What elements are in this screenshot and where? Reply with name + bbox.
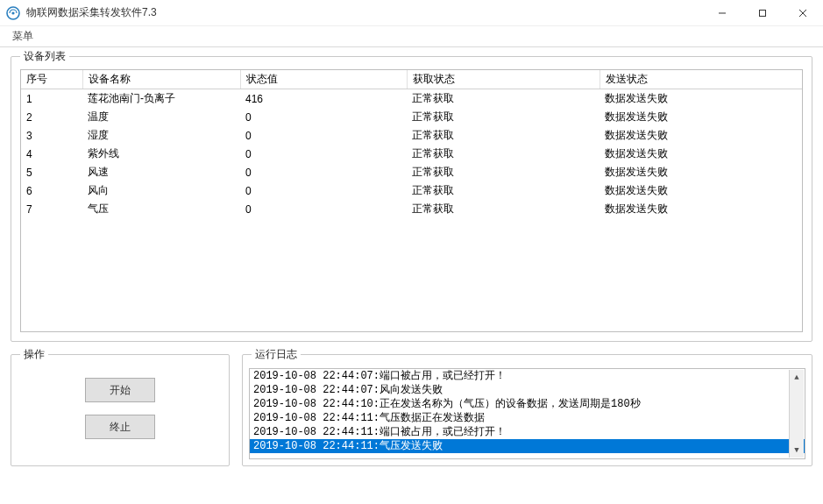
cell-name: 湿度 bbox=[82, 126, 240, 145]
cell-idx: 3 bbox=[21, 126, 82, 145]
table-row[interactable]: 4紫外线0正常获取数据发送失败 bbox=[21, 145, 802, 163]
ops-group: 操作 开始 终止 bbox=[11, 354, 230, 466]
log-line[interactable]: 2019-10-08 22:44:11:端口被占用，或已经打开！ bbox=[250, 425, 805, 439]
lower-panels: 操作 开始 终止 运行日志 2019-10-08 22:44:07:端口被占用，… bbox=[11, 354, 812, 479]
cell-idx: 4 bbox=[21, 145, 82, 163]
table-row[interactable]: 2温度0正常获取数据发送失败 bbox=[21, 108, 802, 126]
cell-idx: 2 bbox=[21, 108, 82, 126]
start-button[interactable]: 开始 bbox=[85, 378, 155, 402]
titlebar: 物联网数据采集转发软件7.3 bbox=[0, 0, 823, 26]
cell-send: 数据发送失败 bbox=[600, 145, 802, 163]
col-header-value[interactable]: 状态值 bbox=[240, 70, 407, 89]
log-group-wrap: 运行日志 2019-10-08 22:44:07:端口被占用，或已经打开！201… bbox=[242, 354, 812, 479]
log-line[interactable]: 2019-10-08 22:44:07:端口被占用，或已经打开！ bbox=[250, 369, 805, 383]
cell-send: 数据发送失败 bbox=[600, 89, 802, 109]
cell-send: 数据发送失败 bbox=[600, 181, 802, 200]
table-row[interactable]: 7气压0正常获取数据发送失败 bbox=[21, 200, 802, 218]
svg-point-1 bbox=[11, 11, 14, 14]
col-header-index[interactable]: 序号 bbox=[21, 70, 82, 89]
cell-value: 416 bbox=[240, 89, 407, 109]
cell-get: 正常获取 bbox=[407, 126, 600, 145]
menu-bar: 菜单 bbox=[0, 26, 823, 47]
cell-send: 数据发送失败 bbox=[600, 108, 802, 126]
cell-idx: 7 bbox=[21, 200, 82, 218]
device-table-wrap: 序号 设备名称 状态值 获取状态 发送状态 1莲花池南门-负离子416正常获取数… bbox=[20, 69, 803, 332]
cell-name: 风向 bbox=[82, 181, 240, 200]
table-row[interactable]: 1莲花池南门-负离子416正常获取数据发送失败 bbox=[21, 89, 802, 109]
log-line[interactable]: 2019-10-08 22:44:10:正在发送名称为（气压）的设备数据，发送周… bbox=[250, 397, 805, 411]
log-scrollbar[interactable]: ▲ ▼ bbox=[789, 370, 804, 458]
scroll-up-icon[interactable]: ▲ bbox=[790, 370, 804, 385]
cell-send: 数据发送失败 bbox=[600, 200, 802, 218]
cell-value: 0 bbox=[240, 200, 407, 218]
table-row[interactable]: 5风速0正常获取数据发送失败 bbox=[21, 163, 802, 181]
ops-legend: 操作 bbox=[20, 347, 48, 362]
log-group: 运行日志 2019-10-08 22:44:07:端口被占用，或已经打开！201… bbox=[242, 354, 812, 466]
cell-name: 风速 bbox=[82, 163, 240, 181]
cell-get: 正常获取 bbox=[407, 181, 600, 200]
cell-value: 0 bbox=[240, 163, 407, 181]
log-legend: 运行日志 bbox=[252, 347, 301, 362]
cell-send: 数据发送失败 bbox=[600, 126, 802, 145]
cell-get: 正常获取 bbox=[407, 89, 600, 109]
maximize-button[interactable] bbox=[742, 0, 783, 26]
cell-name: 气压 bbox=[82, 200, 240, 218]
ops-group-wrap: 操作 开始 终止 bbox=[11, 354, 230, 479]
cell-idx: 5 bbox=[21, 163, 82, 181]
cell-get: 正常获取 bbox=[407, 200, 600, 218]
ops-button-column: 开始 终止 bbox=[20, 367, 220, 439]
cell-value: 0 bbox=[240, 145, 407, 163]
cell-send: 数据发送失败 bbox=[600, 163, 802, 181]
cell-value: 0 bbox=[240, 181, 407, 200]
content-area: 设备列表 序号 设备名称 状态值 获取状态 发送状态 1莲花池南门-负离子416… bbox=[0, 47, 823, 486]
cell-name: 莲花池南门-负离子 bbox=[82, 89, 240, 109]
cell-name: 紫外线 bbox=[82, 145, 240, 163]
device-list-legend: 设备列表 bbox=[20, 49, 69, 64]
app-icon bbox=[5, 5, 21, 21]
col-header-send-status[interactable]: 发送状态 bbox=[600, 70, 802, 89]
device-table[interactable]: 序号 设备名称 状态值 获取状态 发送状态 1莲花池南门-负离子416正常获取数… bbox=[21, 70, 802, 218]
cell-get: 正常获取 bbox=[407, 163, 600, 181]
log-line[interactable]: 2019-10-08 22:44:11:气压发送失败 bbox=[250, 439, 805, 453]
table-row[interactable]: 6风向0正常获取数据发送失败 bbox=[21, 181, 802, 200]
svg-rect-3 bbox=[760, 10, 766, 16]
cell-idx: 1 bbox=[21, 89, 82, 109]
log-listbox[interactable]: 2019-10-08 22:44:07:端口被占用，或已经打开！2019-10-… bbox=[249, 368, 805, 459]
close-button[interactable] bbox=[783, 0, 823, 26]
stop-button[interactable]: 终止 bbox=[85, 415, 155, 439]
cell-idx: 6 bbox=[21, 181, 82, 200]
window-title: 物联网数据采集转发软件7.3 bbox=[26, 5, 702, 20]
scroll-down-icon[interactable]: ▼ bbox=[790, 443, 804, 458]
log-wrap: 2019-10-08 22:44:07:端口被占用，或已经打开！2019-10-… bbox=[248, 367, 806, 460]
table-row[interactable]: 3湿度0正常获取数据发送失败 bbox=[21, 126, 802, 145]
cell-name: 温度 bbox=[82, 108, 240, 126]
cell-value: 0 bbox=[240, 126, 407, 145]
cell-get: 正常获取 bbox=[407, 145, 600, 163]
cell-get: 正常获取 bbox=[407, 108, 600, 126]
menu-item-main[interactable]: 菜单 bbox=[5, 27, 40, 46]
minimize-button[interactable] bbox=[702, 0, 742, 26]
col-header-get-status[interactable]: 获取状态 bbox=[407, 70, 600, 89]
log-line[interactable]: 2019-10-08 22:44:07:风向发送失败 bbox=[250, 383, 805, 397]
col-header-name[interactable]: 设备名称 bbox=[82, 70, 240, 89]
log-line[interactable]: 2019-10-08 22:44:11:气压数据正在发送数据 bbox=[250, 411, 805, 425]
cell-value: 0 bbox=[240, 108, 407, 126]
device-list-group: 设备列表 序号 设备名称 状态值 获取状态 发送状态 1莲花池南门-负离子416… bbox=[11, 56, 812, 342]
